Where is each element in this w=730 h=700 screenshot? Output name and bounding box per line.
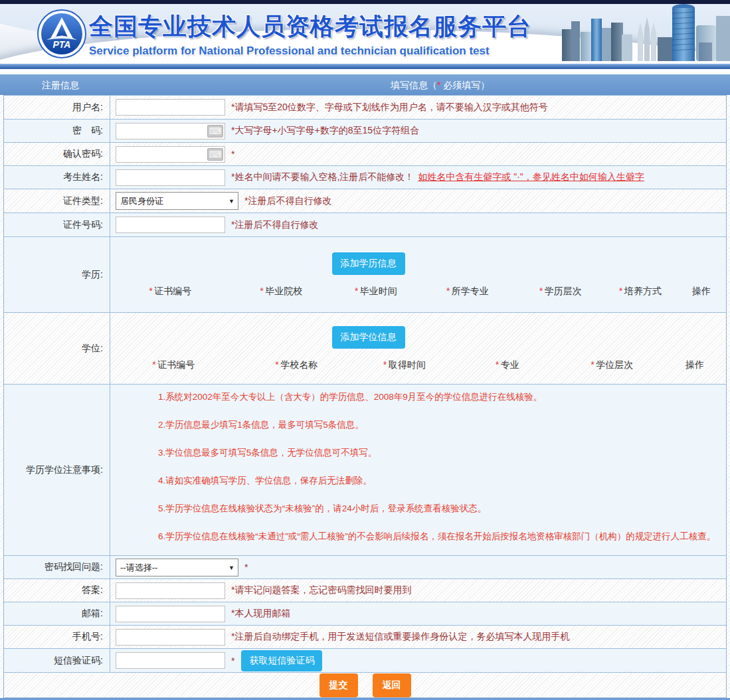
row-education: 学历: 添加学历信息 *证书编号 *毕业院校 *毕业时间 *所学专业 *学历层次…	[4, 237, 726, 313]
note-item: 4.请如实准确填写学历、学位信息，保存后无法删除。	[158, 475, 726, 487]
degree-column-headers: *证书编号 *学校名称 *取得时间 *专业 *学位层次 操作	[110, 359, 726, 371]
row-id-number: 证件号码: *注册后不得自行修改	[4, 213, 726, 237]
sms-code-hint: *	[231, 656, 234, 666]
id-number-hint: *注册后不得自行修改	[231, 219, 318, 231]
username-hint: *请填写5至20位数字、字母或下划线作为用户名，请不要输入汉字或其他符号	[231, 102, 548, 114]
confirm-password-label: 确认密码:	[4, 143, 110, 165]
candidate-name-hint: *姓名中间请不要输入空格,注册后不能修改！	[231, 171, 414, 183]
row-email: 邮箱: *本人现用邮箱	[4, 602, 726, 626]
row-mobile: 手机号: *注册后自动绑定手机，用于发送短信或重要操作身份认定，务必填写本人现用…	[4, 626, 726, 649]
row-candidate-name: 考生姓名: *姓名中间请不要输入空格,注册后不能修改！ 如姓名中含有生僻字或 "…	[4, 166, 726, 189]
id-type-label: 证件类型:	[4, 189, 110, 213]
row-sms-code: 短信验证码: * 获取短信验证码	[4, 649, 726, 673]
username-input[interactable]	[116, 99, 225, 116]
row-username: 用户名: *请填写5至20位数字、字母或下划线作为用户名，请不要输入汉字或其他符…	[4, 96, 726, 120]
registration-form: 用户名: *请填写5至20位数字、字母或下划线作为用户名，请不要输入汉字或其他符…	[3, 95, 727, 698]
id-number-input[interactable]	[116, 217, 225, 233]
answer-hint: *请牢记问题答案，忘记密码需找回时要用到	[231, 584, 411, 596]
candidate-name-label: 考生姓名:	[4, 166, 110, 189]
security-question-label: 密码找回问题:	[4, 556, 110, 578]
site-header: PTA 全国专业技术人员资格考试报名服务平台 Service platform …	[0, 4, 730, 64]
username-label: 用户名:	[4, 96, 110, 119]
answer-label: 答案:	[4, 579, 110, 602]
email-label: 邮箱:	[4, 602, 110, 625]
email-hint: *本人现用邮箱	[231, 608, 290, 620]
back-button[interactable]: 返回	[373, 673, 411, 697]
email-input[interactable]	[116, 606, 225, 622]
row-confirm-password: 确认密码: ⌨ *	[4, 143, 726, 166]
password-hint: *大写字母+小写字母+数字的8至15位字符组合	[231, 125, 419, 137]
sms-code-label: 短信验证码:	[4, 649, 110, 672]
registration-page: PTA 全国专业技术人员资格考试报名服务平台 Service platform …	[0, 0, 730, 700]
id-type-select[interactable]: 居民身份证 ▼	[116, 192, 238, 210]
sms-code-input[interactable]	[116, 652, 225, 669]
site-subtitle: Service platform for National Profession…	[89, 44, 531, 58]
mobile-label: 手机号:	[4, 626, 110, 648]
id-type-hint: *注册后不得自行修改	[244, 195, 331, 207]
pta-logo-icon: PTA	[37, 9, 86, 58]
row-notes: 学历学位注意事项: 1.系统对2002年至今大专以上（含大专）的学历信息、200…	[4, 385, 726, 556]
degree-label: 学位:	[4, 313, 110, 384]
chevron-down-icon: ▼	[228, 559, 234, 576]
row-id-type: 证件类型: 居民身份证 ▼ *注册后不得自行修改	[4, 189, 726, 213]
id-type-value: 居民身份证	[120, 196, 163, 206]
answer-input[interactable]	[116, 582, 225, 599]
education-degree-notes: 1.系统对2002年至今大专以上（含大专）的学历信息、2008年9月至今的学位信…	[110, 382, 726, 559]
rare-character-help-link[interactable]: 如姓名中含有生僻字或 "·"，参见姓名中如何输入生僻字	[418, 171, 644, 183]
row-security-question: 密码找回问题: --请选择-- ▼ *	[4, 556, 726, 579]
keyboard-icon[interactable]: ⌨	[207, 125, 223, 137]
note-item: 6.学历学位信息在线核验“未通过”或“需人工核验”的不会影响后续报名，须在报名开…	[158, 531, 726, 543]
row-answer: 答案: *请牢记问题答案，忘记密码需找回时要用到	[4, 579, 726, 602]
add-degree-button[interactable]: 添加学位信息	[332, 326, 405, 349]
get-sms-code-button[interactable]: 获取短信验证码	[241, 650, 322, 671]
fill-info-label: 填写信息（* 必须填写）	[391, 80, 490, 92]
education-label: 学历:	[4, 237, 110, 312]
chevron-down-icon: ▼	[228, 193, 234, 210]
mobile-hint: *注册后自动绑定手机，用于发送短信或重要操作身份认定，务必填写本人现用手机	[231, 631, 569, 643]
cityscape-image	[561, 4, 730, 64]
note-item: 1.系统对2002年至今大专以上（含大专）的学历信息、2008年9月至今的学位信…	[158, 391, 726, 403]
note-item: 3.学位信息最多可填写5条信息，无学位信息可不填写。	[158, 447, 726, 459]
security-question-hint: *	[244, 562, 248, 572]
education-column-headers: *证书编号 *毕业院校 *毕业时间 *所学专业 *学历层次 *培养方式 操作	[110, 286, 726, 298]
section-header-bar: 注册信息 填写信息（* 必须填写）	[0, 74, 730, 95]
confirm-password-hint: *	[231, 149, 234, 159]
header-divider-bar	[0, 64, 730, 69]
security-question-value: --请选择--	[120, 563, 157, 572]
row-degree: 学位: 添加学位信息 *证书编号 *学校名称 *取得时间 *专业 *学位层次 操…	[4, 313, 726, 385]
header-gap	[0, 69, 730, 74]
svg-text:PTA: PTA	[53, 39, 71, 50]
keyboard-icon[interactable]: ⌨	[207, 148, 223, 161]
note-item: 2.学历信息最少填写1条信息，最多可填写5条信息。	[158, 419, 726, 431]
add-education-button[interactable]: 添加学历信息	[332, 252, 405, 275]
security-question-select[interactable]: --请选择-- ▼	[116, 559, 238, 576]
tab-register-info: 注册信息	[42, 80, 79, 92]
notes-label: 学历学位注意事项:	[4, 385, 110, 555]
form-footer: 提交 返回	[4, 673, 726, 698]
row-password: 密 码: ⌨ *大写字母+小写字母+数字的8至15位字符组合	[4, 120, 726, 143]
id-number-label: 证件号码:	[4, 213, 110, 236]
submit-button[interactable]: 提交	[319, 673, 358, 697]
site-title: 全国专业技术人员资格考试报名服务平台	[89, 11, 531, 43]
candidate-name-input[interactable]	[116, 169, 225, 186]
mobile-input[interactable]	[116, 629, 225, 646]
note-item: 5.学历学位信息在线核验状态为“未核验”的，请24小时后，登录系统查看核验状态。	[158, 503, 726, 515]
password-label: 密 码:	[4, 120, 110, 142]
